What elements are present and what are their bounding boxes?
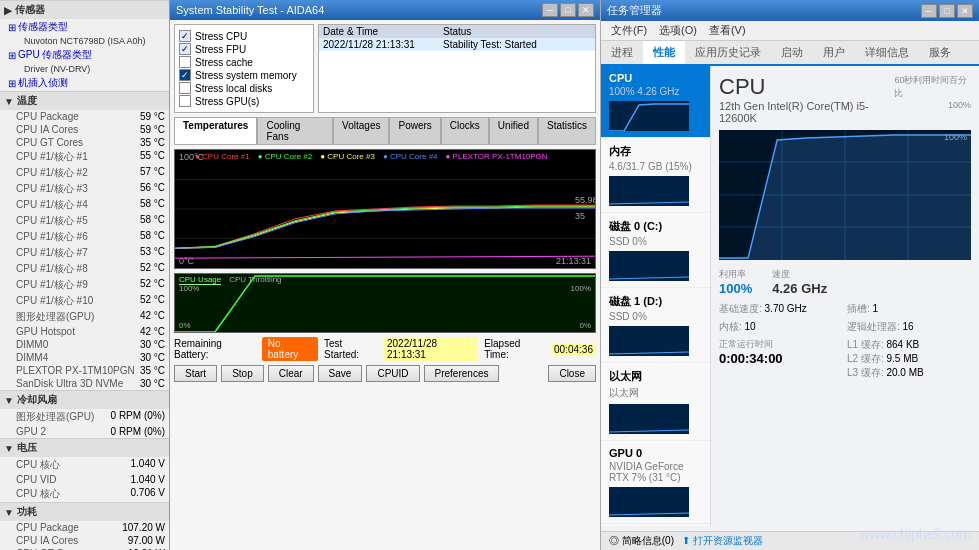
processors-label: 逻辑处理器: [847, 321, 900, 332]
cpu-model: 12th Gen Intel(R) Core(TM) i5-12600K [719, 100, 894, 124]
file-menu[interactable]: 文件(F) [605, 22, 653, 39]
tm-minimize[interactable]: ─ [921, 4, 937, 18]
fan-icon: ▼ [4, 395, 14, 406]
temp-item: GPU Hotspot42 °C [0, 325, 169, 338]
fan-section[interactable]: ▼ 冷却风扇 [0, 390, 169, 409]
temp-items: CPU Package59 °CCPU IA Cores59 °CCPU GT … [0, 110, 169, 390]
power-section[interactable]: ▼ 功耗 [0, 502, 169, 521]
aida64-sidebar: ▶ 传感器 ⊞ 传感器类型 Nuvoton NCT6798D (ISA A0h)… [0, 0, 170, 550]
close-button[interactable]: ✕ [578, 3, 594, 17]
graph-tab[interactable]: Powers [389, 117, 440, 144]
util-value: 100% [719, 281, 752, 296]
save-button[interactable]: Save [318, 365, 363, 382]
temp-icon: ▼ [4, 96, 14, 107]
stop-button[interactable]: Stop [221, 365, 264, 382]
perf-sidebar-item-cpu[interactable]: CPU100% 4.26 GHz [601, 66, 710, 138]
temp-item: CPU #1/核心 #558 °C [0, 213, 169, 229]
graph-tabs[interactable]: TemperaturesCooling FansVoltagesPowersCl… [174, 117, 596, 145]
tab-性能[interactable]: 性能 [643, 41, 685, 66]
stability-titlebar: System Stability Test - AIDA64 ─ □ ✕ [170, 0, 600, 20]
clear-button[interactable]: Clear [268, 365, 314, 382]
temp-item: CPU #1/核心 #753 °C [0, 245, 169, 261]
stability-title: System Stability Test - AIDA64 [176, 4, 324, 16]
cpuid-button[interactable]: CPUID [366, 365, 419, 382]
cpu-throttle-tab[interactable]: CPU Throttling [229, 275, 281, 285]
l1-label: L1 缓存: [847, 339, 884, 350]
preferences-button[interactable]: Preferences [424, 365, 500, 382]
checkbox[interactable]: ✓ [179, 30, 191, 42]
stress-row[interactable]: Stress cache [179, 56, 309, 68]
temp-item: CPU #1/核心 #1052 °C [0, 293, 169, 309]
perf-sidebar-item-memory[interactable]: 内存4.6/31.7 GB (15%) [601, 138, 710, 213]
perf-sidebar-item-gpu0[interactable]: GPU 0NVIDIA GeForce RTX 7% (31 °C) [601, 441, 710, 524]
stress-row[interactable]: ✓Stress CPU [179, 30, 309, 42]
stress-row[interactable]: Stress local disks [179, 82, 309, 94]
cache-item: L1 缓存: 864 KB L2 缓存: 9.5 MB L3 缓存: 20.0 … [847, 338, 971, 380]
temperature-section[interactable]: ▼ 温度 [0, 91, 169, 110]
cpu-stats-row1: 利用率 100% 速度 4.26 GHz [719, 268, 971, 296]
l3-item: L3 缓存: 20.0 MB [847, 366, 971, 380]
tm-maximize[interactable]: □ [939, 4, 955, 18]
slot-detect-item[interactable]: ⊞ 机插入侦测 [0, 75, 169, 91]
sensor-section[interactable]: ▶ 传感器 [0, 0, 169, 19]
graph-tab[interactable]: Cooling Fans [257, 117, 333, 144]
temp-item: DIMM430 °C [0, 351, 169, 364]
battery-badge: No battery [262, 337, 318, 361]
window-controls[interactable]: ─ □ ✕ [542, 3, 594, 17]
resource-monitor-link[interactable]: ⬆ 打开资源监视器 [682, 534, 763, 548]
taskman-menubar[interactable]: 文件(F) 选项(O) 查看(V) [601, 21, 979, 41]
tab-应用历史记录[interactable]: 应用历史记录 [685, 41, 771, 66]
gpu-sensor-type-item[interactable]: ⊞ GPU 传感器类型 [0, 47, 169, 63]
view-menu[interactable]: 查看(V) [703, 22, 752, 39]
tab-启动[interactable]: 启动 [771, 41, 813, 66]
perf-sidebar-item-disk1[interactable]: 磁盘 1 (D:)SSD 0% [601, 288, 710, 363]
checkbox[interactable] [179, 82, 191, 94]
processors-val: 16 [903, 321, 914, 332]
tab-详细信息[interactable]: 详细信息 [855, 41, 919, 66]
close-window-button[interactable]: Close [548, 365, 596, 382]
tab-服务[interactable]: 服务 [919, 41, 961, 66]
sensor-type-item[interactable]: ⊞ 传感器类型 [0, 19, 169, 35]
action-buttons[interactable]: Start Stop Clear Save CPUID Preferences … [174, 365, 596, 382]
stress-row[interactable]: ✓Stress FPU [179, 43, 309, 55]
perf-sidebar-item-disk0[interactable]: 磁盘 0 (C:)SSD 0% [601, 213, 710, 288]
graph-tab[interactable]: Clocks [441, 117, 489, 144]
taskman-tabs[interactable]: 进程性能应用历史记录启动用户详细信息服务 [601, 41, 979, 66]
voltage-item: CPU 核心0.706 V [0, 486, 169, 502]
checkbox[interactable]: ✓ [179, 69, 191, 81]
graph-tab[interactable]: Voltages [333, 117, 389, 144]
cpu-usage-tabs[interactable]: CPU Usage CPU Throttling [179, 275, 282, 285]
temp-item: CPU #1/核心 #257 °C [0, 165, 169, 181]
graph-tab[interactable]: Temperatures [174, 117, 257, 144]
cores-label: 内核: [719, 321, 742, 332]
options-menu[interactable]: 选项(O) [653, 22, 703, 39]
checkbox[interactable] [179, 95, 191, 107]
perf-sidebar[interactable]: CPU100% 4.26 GHz内存4.6/31.7 GB (15%)磁盘 0 … [601, 66, 711, 526]
taskman-titlebar: 任务管理器 ─ □ ✕ [601, 0, 979, 21]
tab-进程[interactable]: 进程 [601, 41, 643, 66]
voltage-section[interactable]: ▼ 电压 [0, 438, 169, 457]
gpu-sensor-value: Driver (NV-DRV) [0, 63, 169, 75]
cpu-usage-tab[interactable]: CPU Usage [179, 275, 221, 285]
stress-row[interactable]: ✓Stress system memory [179, 69, 309, 81]
temp-item: CPU GT Cores35 °C [0, 136, 169, 149]
checkbox[interactable]: ✓ [179, 43, 191, 55]
temp-item: CPU IA Cores59 °C [0, 123, 169, 136]
checkbox[interactable] [179, 56, 191, 68]
temp-item: CPU Package59 °C [0, 110, 169, 123]
tm-close[interactable]: ✕ [957, 4, 973, 18]
maximize-button[interactable]: □ [560, 3, 576, 17]
perf-header: CPU 12th Gen Intel(R) Core(TM) i5-12600K… [719, 74, 971, 124]
graph-legend: ● CPU Core #1 ● CPU Core #2 ● CPU Core #… [195, 152, 548, 161]
base-speed-label: 基础速度: [719, 303, 762, 314]
stress-row[interactable]: Stress GPU(s) [179, 95, 309, 107]
graph-tab[interactable]: Statistics [538, 117, 596, 144]
perf-sidebar-item-ethernet[interactable]: 以太网以太网 [601, 363, 710, 441]
speed-value: 4.26 GHz [772, 281, 827, 296]
taskman-controls[interactable]: ─ □ ✕ [921, 4, 973, 18]
perf-title-big: CPU [719, 74, 894, 100]
graph-tab[interactable]: Unified [489, 117, 538, 144]
start-button[interactable]: Start [174, 365, 217, 382]
minimize-button[interactable]: ─ [542, 3, 558, 17]
tab-用户[interactable]: 用户 [813, 41, 855, 66]
